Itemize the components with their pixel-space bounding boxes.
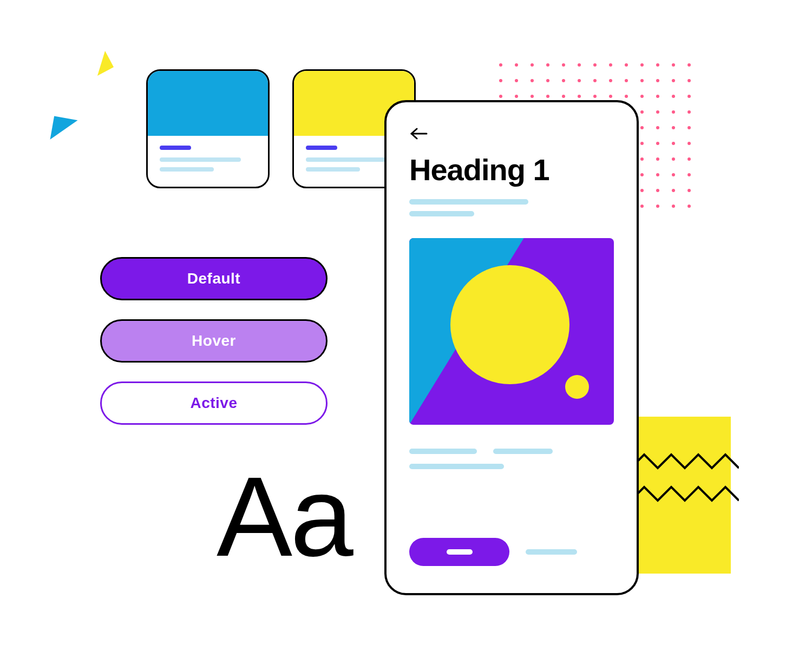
placeholder-line <box>409 464 504 469</box>
page-heading: Heading 1 <box>409 152 614 187</box>
zigzag-line-decoration <box>631 484 739 506</box>
phone-mockup: Heading 1 <box>384 100 639 595</box>
placeholder-line <box>409 199 528 205</box>
placeholder-line <box>160 167 214 172</box>
cta-button[interactable] <box>409 538 509 566</box>
button-state-default[interactable]: Default <box>100 257 328 300</box>
placeholder-line <box>493 449 553 454</box>
button-label: Active <box>190 394 237 412</box>
hero-yellow-circle <box>450 265 569 384</box>
button-label: Hover <box>192 332 236 350</box>
placeholder-line <box>306 167 360 172</box>
yellow-triangle-decoration <box>89 51 114 76</box>
placeholder-line <box>160 157 241 162</box>
typography-sample: Aa <box>217 460 351 574</box>
placeholder-line <box>160 146 191 150</box>
color-swatch-card-blue <box>146 69 270 188</box>
placeholder-line <box>409 211 474 216</box>
back-arrow-icon[interactable] <box>409 127 429 140</box>
hero-yellow-circle-small <box>565 375 589 399</box>
swatch-color-block <box>148 71 268 136</box>
placeholder-line <box>526 549 577 555</box>
hero-illustration <box>409 238 614 425</box>
button-label: Default <box>187 270 240 287</box>
button-state-hover[interactable]: Hover <box>100 319 328 363</box>
placeholder-line <box>306 146 337 150</box>
placeholder-line <box>447 549 473 555</box>
blue-triangle-decoration <box>50 116 78 144</box>
placeholder-line <box>306 157 387 162</box>
button-state-active[interactable]: Active <box>100 381 328 425</box>
zigzag-line-decoration <box>631 452 739 473</box>
placeholder-line <box>409 449 477 454</box>
